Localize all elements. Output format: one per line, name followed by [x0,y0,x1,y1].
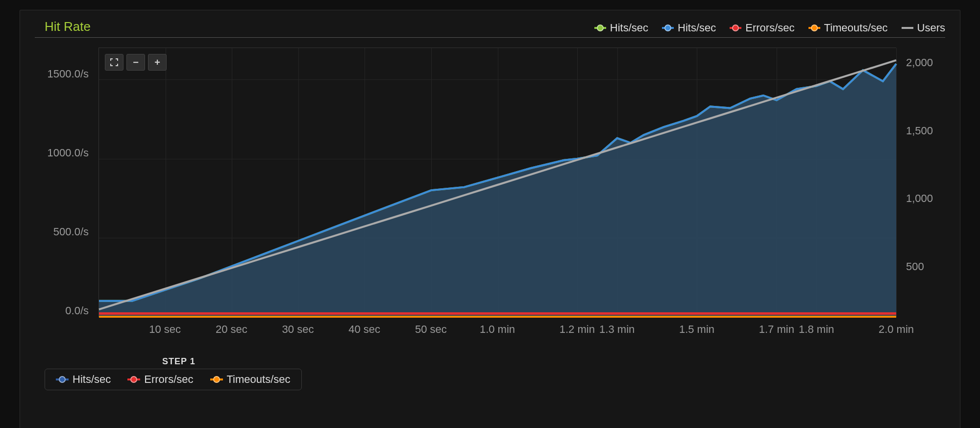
step-legend-item[interactable]: Hits/sec [56,373,111,386]
x-tick: 1.2 min [560,323,595,336]
y-axis-right: 2,0001,5001,000500 [901,56,945,274]
legend-item[interactable]: Hits/sec [594,22,648,34]
x-tick: 1.8 min [799,323,834,336]
chart-series [99,48,896,317]
y-tick-right: 2,000 [906,56,945,69]
zoom-in-button[interactable]: + [148,54,167,71]
fullscreen-button[interactable] [105,54,123,71]
minus-icon: − [133,57,139,68]
gridline [896,48,897,317]
chart-header: Hit Rate Hits/secHits/secErrors/secTimeo… [35,19,945,38]
x-tick: 1.5 min [679,323,714,336]
hit-rate-panel: Hit Rate Hits/secHits/secErrors/secTimeo… [20,10,960,428]
x-tick: 30 sec [282,323,314,336]
plus-icon: + [154,57,160,68]
x-tick: 2.0 min [879,323,914,336]
legend-item[interactable]: Hits/sec [662,22,716,34]
dot-line-icon [808,27,820,29]
legend-label: Hits/sec [678,22,716,34]
y-tick-left: 500.0/s [35,226,89,238]
x-tick: 50 sec [415,323,447,336]
y-tick-right: 1,000 [906,192,945,205]
y-tick-left: 1500.0/s [35,68,89,80]
x-tick: 10 sec [149,323,181,336]
legend-label: Errors/sec [745,22,794,34]
y-tick-right: 500 [906,260,945,273]
dot-line-icon [662,27,674,29]
x-tick: 1.0 min [480,323,515,336]
plot-area[interactable]: − + [98,48,896,317]
legend-label: Errors/sec [144,373,193,386]
legend-item[interactable]: Errors/sec [730,22,794,34]
fullscreen-icon [110,58,118,66]
x-tick: 20 sec [216,323,247,336]
step-heading: STEP 1 [162,356,945,367]
y-tick-right: 1,500 [906,125,945,137]
dot-line-icon [594,27,606,29]
dot-line-icon [210,378,223,380]
step-legend-item[interactable]: Timeouts/sec [210,373,291,386]
legend-top: Hits/secHits/secErrors/secTimeouts/secUs… [594,22,945,34]
x-tick: 1.7 min [759,323,794,336]
dot-line-icon [127,378,140,380]
y-axis-left: 1500.0/s1000.0/s500.0/s0.0/s [35,68,94,317]
dot-line-icon [730,27,741,29]
dot-line-icon [56,378,69,380]
legend-item[interactable]: Users [902,22,945,34]
step-legend: Hits/secErrors/secTimeouts/sec [45,369,302,390]
step-legend-section: STEP 1 Hits/secErrors/secTimeouts/sec [35,356,945,390]
plot-area-wrapper: 1500.0/s1000.0/s500.0/s0.0/s 2,0001,5001… [35,48,945,337]
legend-label: Timeouts/sec [227,373,291,386]
x-tick: 40 sec [348,323,380,336]
legend-label: Hits/sec [73,373,111,386]
chart-title: Hit Rate [35,19,91,34]
legend-label: Hits/sec [610,22,648,34]
y-tick-left: 0.0/s [35,304,89,317]
step-legend-item[interactable]: Errors/sec [127,373,193,386]
legend-item[interactable]: Timeouts/sec [808,22,888,34]
x-tick: 1.3 min [599,323,635,336]
chart-toolbar: − + [105,54,167,71]
y-tick-left: 1000.0/s [35,147,89,159]
legend-label: Users [917,22,945,34]
line-icon [902,27,913,29]
legend-label: Timeouts/sec [824,22,888,34]
x-axis: 10 sec20 sec30 sec40 sec50 sec1.0 min1.2… [98,319,896,337]
zoom-out-button[interactable]: − [126,54,145,71]
